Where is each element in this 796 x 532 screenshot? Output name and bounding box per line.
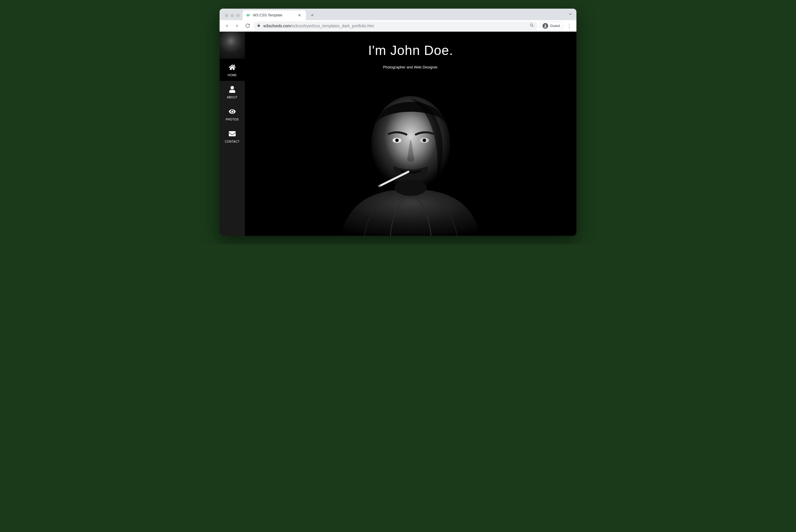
window-controls: [223, 14, 243, 20]
browser-window: W³ W3.CSS Template ✕ + w3schools.com/w3c…: [220, 8, 576, 236]
svg-point-2: [530, 24, 533, 26]
tab-overflow-button[interactable]: [568, 12, 572, 17]
back-button[interactable]: [222, 22, 231, 30]
hero-subtitle: Photographer and Web Designer.: [383, 65, 439, 69]
svg-point-12: [394, 180, 426, 196]
svg-line-3: [532, 26, 533, 27]
close-window-button[interactable]: [225, 14, 228, 17]
tab-strip: W³ W3.CSS Template ✕ +: [220, 8, 576, 20]
url-text: w3schools.com/w3css/tryw3css_templates_d…: [263, 24, 374, 28]
forward-button[interactable]: [233, 22, 241, 30]
minimize-window-button[interactable]: [230, 14, 234, 17]
browser-tab[interactable]: W³ W3.CSS Template ✕: [243, 11, 306, 20]
page-viewport: HOME ABOUT PHOTOS CONTACT: [220, 32, 576, 236]
browser-menu-button[interactable]: ⋮: [565, 22, 574, 30]
profile-avatar-icon: [542, 23, 548, 29]
eye-icon: [229, 108, 236, 116]
svg-point-9: [395, 139, 399, 142]
sidebar-item-label: CONTACT: [225, 140, 239, 143]
svg-point-4: [545, 24, 546, 26]
tab-favicon: W³: [246, 13, 251, 18]
user-icon: [229, 86, 236, 93]
lock-icon: [257, 24, 260, 28]
profile-button[interactable]: Guest: [539, 22, 563, 30]
search-in-page-icon[interactable]: [530, 23, 534, 28]
browser-toolbar: w3schools.com/w3css/tryw3css_templates_d…: [220, 20, 576, 32]
hero-portrait-image: [307, 73, 514, 236]
sidebar-nav: HOME ABOUT PHOTOS CONTACT: [220, 32, 245, 236]
svg-point-14: [378, 185, 381, 187]
sidebar-avatar-image[interactable]: [220, 32, 245, 59]
sidebar-item-label: HOME: [228, 74, 237, 77]
sidebar-item-label: PHOTOS: [226, 118, 239, 121]
close-tab-button[interactable]: ✕: [297, 12, 302, 18]
sidebar-item-label: ABOUT: [227, 96, 238, 99]
sidebar-item-contact[interactable]: CONTACT: [220, 125, 245, 147]
address-bar[interactable]: w3schools.com/w3css/tryw3css_templates_d…: [254, 22, 538, 30]
profile-label: Guest: [550, 24, 560, 28]
hero-title: I'm John Doe.: [368, 42, 453, 58]
reload-button[interactable]: [243, 22, 252, 30]
sidebar-item-about[interactable]: ABOUT: [220, 81, 245, 103]
new-tab-button[interactable]: +: [308, 11, 316, 19]
svg-point-11: [423, 139, 426, 142]
page-main: I'm John Doe. Photographer and Web Desig…: [245, 32, 576, 236]
tab-title: W3.CSS Template: [253, 13, 294, 17]
envelope-icon: [229, 130, 236, 138]
home-icon: [229, 64, 236, 71]
sidebar-item-home[interactable]: HOME: [220, 59, 245, 81]
maximize-window-button[interactable]: [236, 14, 240, 17]
sidebar-item-photos[interactable]: PHOTOS: [220, 103, 245, 125]
